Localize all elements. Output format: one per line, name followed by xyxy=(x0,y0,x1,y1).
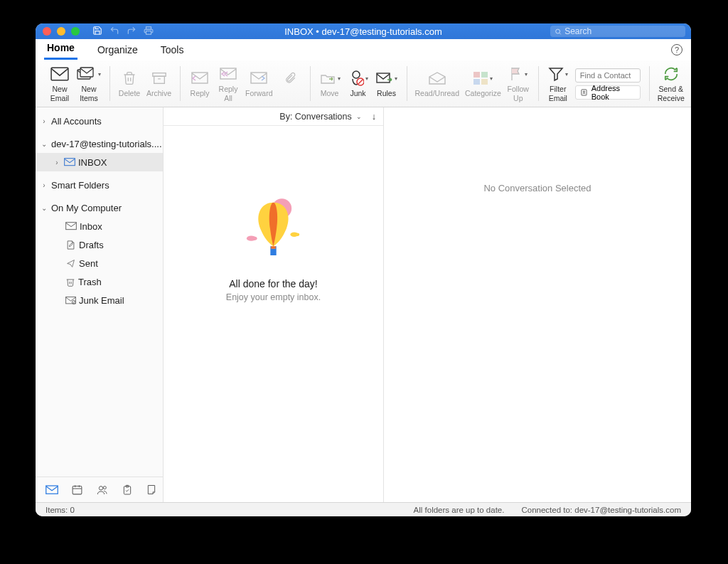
address-book-icon xyxy=(580,88,588,97)
calendar-nav-icon[interactable] xyxy=(71,484,83,496)
empty-state: All done for the day! Enjoy your empty i… xyxy=(164,126,383,502)
tree-trash[interactable]: Trash xyxy=(36,272,163,291)
reply-icon xyxy=(191,69,208,87)
tree-on-my-computer[interactable]: ⌄On My Computer xyxy=(36,198,163,217)
find-contact-input[interactable] xyxy=(575,68,641,83)
status-connected: Connected to: dev-17@testing-tutorials.c… xyxy=(521,506,681,514)
address-book-button[interactable]: Address Book xyxy=(575,85,641,100)
redo-icon[interactable] xyxy=(127,26,136,38)
delete-button[interactable]: Delete xyxy=(115,68,144,99)
move-button[interactable]: ▾ Move xyxy=(316,68,344,99)
ribbon-tabs: Home Organize Tools ? xyxy=(36,39,691,60)
tree-drafts[interactable]: Drafts xyxy=(36,235,163,254)
rules-button[interactable]: ▾ Rules xyxy=(373,68,401,99)
save-icon[interactable] xyxy=(92,26,102,38)
svg-rect-29 xyxy=(73,486,82,494)
reply-button[interactable]: Reply xyxy=(186,68,214,99)
search-input[interactable] xyxy=(564,26,681,36)
read-unread-icon xyxy=(428,69,446,87)
tree-junk[interactable]: Junk Email xyxy=(36,291,163,309)
svg-rect-19 xyxy=(473,79,480,85)
search-box[interactable] xyxy=(550,26,685,37)
svg-point-37 xyxy=(103,486,106,489)
tab-organize[interactable]: Organize xyxy=(95,40,141,60)
sort-by-button[interactable]: By: Conversations xyxy=(279,112,351,122)
svg-rect-16 xyxy=(377,73,390,83)
people-nav-icon[interactable] xyxy=(96,484,109,496)
search-icon xyxy=(555,28,562,36)
svg-rect-18 xyxy=(481,72,488,78)
status-bar: Items: 0 All folders are up to date. Con… xyxy=(36,502,691,516)
reply-all-button[interactable]: ReplyAll xyxy=(214,63,242,103)
status-sync: All folders are up to date. xyxy=(414,506,505,514)
trash-icon xyxy=(122,69,136,87)
svg-rect-10 xyxy=(192,73,208,83)
message-list-pane: By: Conversations⌄ ↓ All done f xyxy=(164,107,384,502)
forward-button[interactable]: Forward xyxy=(242,68,276,99)
svg-rect-20 xyxy=(481,79,488,85)
undo-icon[interactable] xyxy=(109,26,119,38)
ribbon: NewEmail ▾ NewItems Delete Archive Reply xyxy=(36,60,691,107)
read-unread-button[interactable]: Read/Unread xyxy=(412,68,462,99)
new-items-button[interactable]: ▾ NewItems xyxy=(74,63,104,103)
send-receive-button[interactable]: Send &Receive xyxy=(655,63,687,103)
notes-nav-icon[interactable] xyxy=(146,484,157,496)
tree-all-accounts[interactable]: ›All Accounts xyxy=(36,112,163,130)
status-item-count: Items: 0 xyxy=(46,506,75,514)
tree-local-inbox[interactable]: Inbox xyxy=(36,217,163,235)
forward-icon xyxy=(250,69,267,87)
print-icon[interactable] xyxy=(144,26,154,38)
filter-email-button[interactable]: ▾ FilterEmail xyxy=(544,63,572,103)
empty-title: All done for the day! xyxy=(229,278,318,289)
svg-rect-1 xyxy=(146,26,151,29)
move-icon: ▾ xyxy=(319,69,341,87)
svg-rect-8 xyxy=(154,77,164,84)
tree-smart-folders[interactable]: ›Smart Folders xyxy=(36,176,163,194)
maximize-window-button[interactable] xyxy=(71,27,80,36)
close-window-button[interactable] xyxy=(43,27,51,36)
svg-rect-0 xyxy=(146,31,151,34)
minimize-window-button[interactable] xyxy=(57,27,65,36)
attachment-icon xyxy=(282,69,298,87)
mail-nav-icon[interactable] xyxy=(46,485,58,495)
junk-icon xyxy=(65,296,76,305)
window-controls xyxy=(36,27,80,36)
empty-subtitle: Enjoy your empty inbox. xyxy=(226,292,321,302)
new-email-button[interactable]: NewEmail xyxy=(46,63,74,103)
attachment-button[interactable] xyxy=(276,68,304,99)
tree-account[interactable]: ⌄dev-17@testing-tutorials.... xyxy=(36,134,163,153)
svg-rect-41 xyxy=(271,246,276,249)
tree-sent[interactable]: Sent xyxy=(36,254,163,272)
outlook-window: INBOX • dev-17@testing-tutorials.com Hom… xyxy=(36,23,691,516)
svg-rect-28 xyxy=(46,486,58,494)
archive-button[interactable]: Archive xyxy=(144,68,174,99)
follow-up-button[interactable]: ▾ FollowUp xyxy=(504,63,532,103)
svg-rect-4 xyxy=(51,68,68,80)
sort-direction-icon[interactable]: ↓ xyxy=(372,112,376,122)
new-items-icon: ▾ xyxy=(77,65,101,83)
help-icon[interactable]: ? xyxy=(671,44,682,55)
tree-inbox-selected[interactable]: › INBOX xyxy=(36,153,163,171)
svg-point-46 xyxy=(250,236,257,240)
archive-icon xyxy=(151,69,167,87)
chevron-down-icon[interactable]: ⌄ xyxy=(356,113,362,120)
rules-icon: ▾ xyxy=(376,69,397,87)
new-email-icon xyxy=(50,65,69,83)
categorize-button[interactable]: ▾ Categorize xyxy=(462,68,504,99)
svg-rect-23 xyxy=(65,159,75,166)
drafts-icon xyxy=(65,240,76,250)
reading-placeholder: No Conversation Selected xyxy=(483,183,591,193)
window-title: INBOX • dev-17@testing-tutorials.com xyxy=(284,26,442,37)
svg-rect-42 xyxy=(271,249,276,255)
nav-switcher xyxy=(36,477,163,502)
svg-point-48 xyxy=(294,233,299,236)
tab-home[interactable]: Home xyxy=(44,38,77,60)
junk-button[interactable]: ▾ Junk xyxy=(344,68,373,99)
reply-all-icon xyxy=(220,65,237,83)
svg-rect-6 xyxy=(80,68,93,77)
titlebar: INBOX • dev-17@testing-tutorials.com xyxy=(36,23,691,39)
trash-icon xyxy=(65,277,75,287)
inbox-icon xyxy=(65,222,77,230)
tasks-nav-icon[interactable] xyxy=(122,484,133,496)
tab-tools[interactable]: Tools xyxy=(158,40,187,60)
